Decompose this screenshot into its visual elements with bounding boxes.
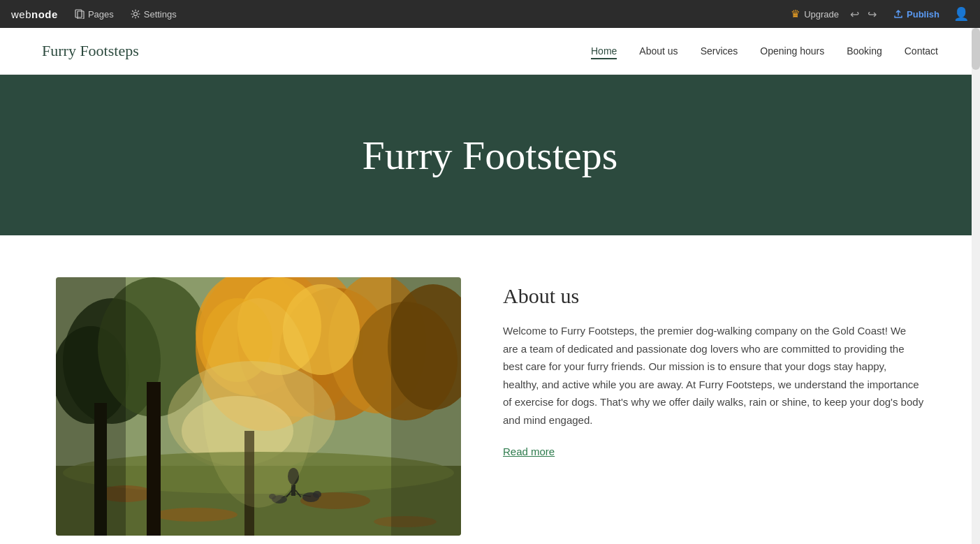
nav-item-home[interactable]: Home [591,45,617,57]
toolbar-left: webnode Pages Settings [11,8,177,20]
svg-rect-39 [56,277,126,536]
scrollbar-thumb[interactable] [972,28,980,70]
read-more-button[interactable]: Read more [503,446,555,457]
svg-rect-40 [391,277,461,536]
hero-section: Furry Footsteps [0,75,980,235]
crown-icon: ♛ [791,8,800,20]
pages-button[interactable]: Pages [75,9,114,20]
nav-item-services[interactable]: Services [701,45,738,57]
settings-button[interactable]: Settings [131,9,177,20]
toolbar: webnode Pages Settings ♛ Upgrade ↩ [0,0,980,28]
site-logo[interactable]: Furry Footsteps [42,42,139,60]
svg-point-22 [154,508,237,522]
about-heading: About us [503,284,924,308]
upgrade-button[interactable]: ♛ Upgrade [791,8,839,20]
about-image [56,277,461,536]
publish-icon [893,9,903,19]
webnode-logo: webnode [11,8,58,20]
about-text: About us Welcome to Furry Footsteps, the… [503,277,924,458]
nav-item-contact[interactable]: Contact [905,45,938,57]
svg-point-38 [203,298,314,508]
nav-item-booking[interactable]: Booking [847,45,882,57]
svg-point-33 [313,491,321,498]
undo-button[interactable]: ↩ [847,5,862,24]
site-header: Furry Footsteps Home About us Services O… [0,28,980,75]
publish-button[interactable]: Publish [888,6,945,22]
redo-button[interactable]: ↪ [865,5,879,24]
content-area: About us Welcome to Furry Footsteps, the… [0,235,980,544]
about-section: About us Welcome to Furry Footsteps, the… [56,277,924,536]
park-image [56,277,461,536]
gear-icon [131,9,140,19]
svg-rect-26 [147,382,161,536]
toolbar-right: ♛ Upgrade ↩ ↪ Publish 👤 [791,5,969,24]
scrollbar-track [972,28,980,544]
site-nav: Home About us Services Opening hours Boo… [591,45,938,57]
svg-point-2 [133,13,137,16]
pages-icon [75,9,85,19]
undo-redo-group: ↩ ↪ [847,5,879,24]
about-body: Welcome to Furry Footsteps, the premier … [503,322,924,429]
nav-item-opening[interactable]: Opening hours [760,45,824,57]
hero-title: Furry Footsteps [363,132,618,179]
nav-item-about[interactable]: About us [639,45,678,57]
user-icon[interactable]: 👤 [953,6,969,22]
